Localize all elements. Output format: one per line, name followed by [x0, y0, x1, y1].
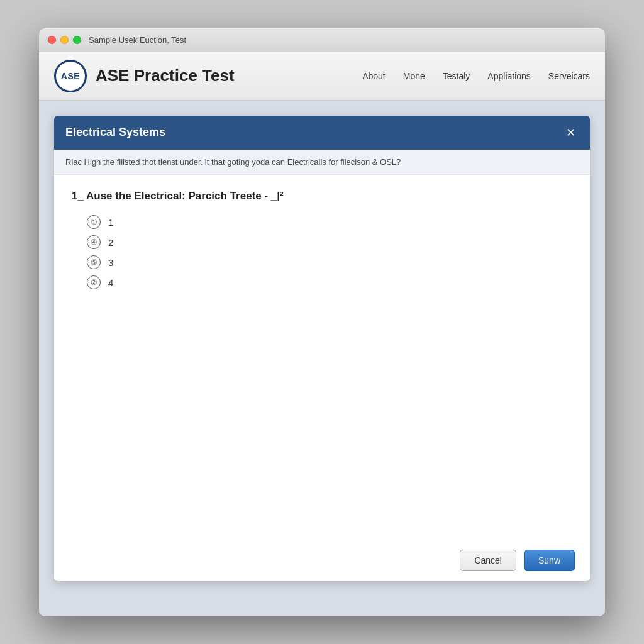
logo-text: ASE	[61, 71, 80, 81]
modal-dialog: Electrical Systems ✕ Riac High the fliis…	[54, 116, 590, 582]
option-value-4: 4	[108, 277, 113, 288]
question-text: 1_ Ause the Electrical: Parcich Treete -…	[72, 190, 572, 203]
app-header: ASE ASE Practice Test About Mone Testaly…	[39, 52, 605, 101]
nav-serveicars[interactable]: Serveicars	[548, 71, 590, 81]
option-circle-2: ④	[87, 235, 101, 249]
nav-links: About Mone Testaly Appliations Serveicar…	[362, 71, 590, 81]
nav-mone[interactable]: Mone	[403, 71, 425, 81]
option-row-3[interactable]: ⑤ 3	[87, 255, 572, 269]
option-circle-4: ②	[87, 275, 101, 289]
titlebar: Sample Usek Euction, Test	[39, 28, 605, 52]
modal-header: Electrical Systems ✕	[54, 116, 590, 150]
modal-content: 1_ Ause the Electrical: Parcich Treete -…	[54, 175, 590, 540]
traffic-lights	[48, 36, 81, 44]
nav-about[interactable]: About	[362, 71, 386, 81]
option-circle-1: ①	[87, 215, 101, 229]
close-traffic-light[interactable]	[48, 36, 56, 44]
minimize-traffic-light[interactable]	[60, 36, 69, 44]
nav-appliations[interactable]: Appliations	[487, 71, 531, 81]
option-value-1: 1	[108, 217, 113, 228]
option-row-2[interactable]: ④ 2	[87, 235, 572, 249]
option-row-4[interactable]: ② 4	[87, 275, 572, 289]
options-list: ① 1 ④ 2 ⑤ 3	[87, 215, 572, 289]
app-title: ASE Practice Test	[96, 66, 235, 86]
maximize-traffic-light[interactable]	[73, 36, 81, 44]
option-circle-label-3: ⑤	[91, 258, 97, 267]
option-value-2: 2	[108, 237, 113, 248]
option-circle-label-4: ②	[91, 278, 97, 287]
window-title: Sample Usek Euction, Test	[89, 35, 186, 45]
modal-close-button[interactable]: ✕	[562, 125, 579, 141]
option-circle-3: ⑤	[87, 255, 101, 269]
modal-title: Electrical Systems	[65, 126, 165, 139]
modal-footer: Cancel Sunw	[54, 540, 590, 581]
option-row-1[interactable]: ① 1	[87, 215, 572, 229]
nav-testaly[interactable]: Testaly	[443, 71, 470, 81]
app-logo: ASE	[54, 60, 87, 92]
submit-button[interactable]: Sunw	[524, 550, 575, 571]
option-value-3: 3	[108, 257, 113, 268]
option-circle-label-2: ④	[91, 238, 97, 247]
window-body: Electrical Systems ✕ Riac High the fliis…	[39, 101, 605, 616]
app-window: Sample Usek Euction, Test ASE ASE Practi…	[39, 28, 605, 616]
modal-instruction: Riac High the fliisted thot tlenst under…	[54, 150, 590, 175]
cancel-button[interactable]: Cancel	[460, 550, 516, 571]
option-circle-label-1: ①	[91, 218, 97, 226]
